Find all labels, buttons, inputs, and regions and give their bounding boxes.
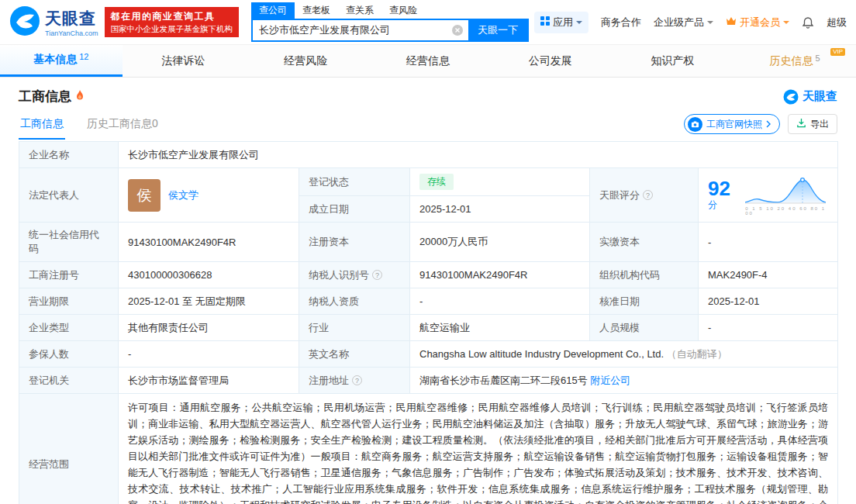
tab-count: 5	[816, 54, 820, 63]
tab-operation-risk[interactable]: 经营风险	[244, 45, 367, 77]
field-label-taxpayer-id: 纳税人识别号	[299, 262, 410, 288]
field-label-tyc-score: 天眼评分	[590, 168, 699, 223]
field-label-business-scope: 经营范围	[19, 394, 119, 504]
export-button[interactable]: 导出	[788, 114, 837, 134]
nav-apps[interactable]: 应用	[534, 12, 588, 33]
field-label-approval-date: 核准日期	[590, 288, 699, 315]
field-label-legal-rep: 法定代表人	[19, 168, 119, 223]
search-input[interactable]	[253, 25, 451, 36]
tianyancha-logo-icon	[9, 5, 40, 40]
field-value-business-scope: 许可项目：通用航空服务；公共航空运输；民用机场运营；民用航空器维修；民用航空器维…	[119, 394, 838, 504]
tab-intellectual-property[interactable]: 知识产权	[612, 45, 734, 77]
field-value-approval-date: 2025-12-01	[699, 288, 838, 315]
crown-icon	[726, 16, 737, 28]
table-row: 登记机关 长沙市市场监督管理局 注册地址 湖南省长沙市岳麓区南二环二段615号 …	[19, 368, 838, 394]
field-value-reg-capital: 20000万人民币	[410, 223, 590, 262]
nav-super-vip[interactable]: 超级	[827, 16, 847, 29]
search-tab-risk[interactable]: 查风险	[381, 2, 425, 19]
table-row: 工商注册号 430100000306628 纳税人识别号 91430100MAK…	[19, 262, 838, 288]
brand-watermark: 天眼查	[783, 89, 837, 105]
auto-translate-note: （自动翻译）	[667, 348, 727, 360]
field-label-taxpayer-quality: 纳税人资质	[299, 288, 410, 315]
tianyancha-logo[interactable]: 天眼查 TianYanCha.com	[9, 5, 98, 40]
search-button[interactable]: 天眼一下	[468, 20, 527, 40]
table-row: 营业期限 2025-12-01 至 无固定期限 纳税人资质 - 核准日期 202…	[19, 288, 838, 315]
logo-text-cn: 天眼查	[45, 8, 98, 29]
chevron-down-icon	[707, 21, 713, 27]
tab-basic-info[interactable]: 基本信息12	[0, 45, 123, 77]
nav-cooperation[interactable]: 商务合作	[601, 16, 641, 29]
table-row: 参保人数 - 英文名称 Changsha Low altitude Indust…	[19, 341, 838, 368]
field-label-english-name: 英文名称	[299, 341, 410, 368]
business-info-table: 企业名称 长沙市低空产业发展有限公司 法定代表人 侯 侯文学 登记状态 存续 天…	[19, 141, 838, 504]
legal-rep-name-link[interactable]: 侯文学	[168, 188, 198, 202]
chevron-down-icon	[783, 21, 789, 27]
field-value-credit-code: 91430100MAK2490F4R	[119, 223, 299, 262]
field-label-business-term: 营业期限	[19, 288, 119, 315]
field-value-reg-status: 存续	[410, 168, 590, 196]
field-value-company-type: 其他有限责任公司	[119, 315, 299, 341]
vip-badge: VIP	[830, 48, 845, 56]
clear-search-icon[interactable]	[451, 24, 464, 36]
top-header: 天眼查 TianYanCha.com 都在用的商业查询工具 国家中小企业发展子基…	[0, 0, 856, 45]
tab-operation-info[interactable]: 经营信息	[367, 45, 489, 77]
search-tab-boss[interactable]: 查老板	[295, 2, 338, 19]
field-value-org-code: MAK2490F-4	[699, 262, 838, 288]
subtab-history-business-info[interactable]: 历史工商信息0	[85, 112, 160, 140]
table-row: 企业名称 长沙市低空产业发展有限公司	[19, 142, 838, 168]
search-tabs: 查公司 查老板 查关系 查风险	[251, 2, 529, 19]
field-value-insured-count: -	[119, 341, 299, 368]
field-value-reg-address: 湖南省长沙市岳麓区南二环二段615号 附近公司	[410, 368, 838, 394]
field-label-org-code: 组织机构代码	[590, 262, 699, 288]
tab-legal[interactable]: 法律诉讼	[123, 45, 245, 77]
field-value-legal-rep: 侯 侯文学	[119, 168, 299, 223]
score-axis-ticks: 0 1 5 10 20 40 60 80 100	[745, 206, 828, 216]
field-value-business-term: 2025-12-01 至 无固定期限	[119, 288, 299, 315]
search-tab-relation[interactable]: 查关系	[338, 2, 381, 19]
header-nav: 应用 商务合作 企业级产品 开通会员 超级	[534, 12, 847, 33]
field-label-reg-address: 注册地址	[299, 368, 410, 394]
info-icon[interactable]	[643, 190, 653, 200]
field-value-taxpayer-id: 91430100MAK2490F4R	[410, 262, 590, 288]
score-unit: 分	[708, 199, 717, 210]
table-row: 法定代表人 侯 侯文学 登记状态 存续 天眼评分 92分	[19, 168, 838, 196]
logo-text-en: TianYanCha.com	[45, 29, 98, 37]
field-value-company-name: 长沙市低空产业发展有限公司	[119, 142, 838, 168]
field-label-reg-capital: 注册资本	[299, 223, 410, 262]
field-label-company-type: 企业类型	[19, 315, 119, 341]
table-row: 经营范围 许可项目：通用航空服务；公共航空运输；民用机场运营；民用航空器维修；民…	[19, 394, 838, 504]
export-icon	[796, 118, 806, 130]
section-header: 工商信息 天眼查	[0, 78, 856, 109]
tab-company-development[interactable]: 公司发展	[489, 45, 612, 77]
field-label-paid-capital: 实缴资本	[590, 223, 699, 262]
brand-text: 天眼查	[802, 89, 837, 104]
subtab-row: 工商信息 历史工商信息0 工商官网快照 导出	[0, 109, 856, 140]
search-tab-company[interactable]: 查公司	[251, 2, 295, 19]
search-area: 查公司 查老板 查关系 查风险 天眼一下	[251, 2, 529, 42]
field-label-reg-status: 登记状态	[299, 168, 410, 196]
notification-bell-icon[interactable]	[802, 16, 814, 29]
field-label-credit-code: 统一社会信用代码	[19, 223, 119, 262]
apps-grid-icon	[540, 16, 550, 28]
field-value-tyc-score: 92分	[699, 168, 838, 223]
field-label-staff-size: 人员规模	[590, 315, 699, 341]
nav-enterprise[interactable]: 企业级产品	[654, 16, 713, 29]
nav-open-vip[interactable]: 开通会员	[726, 16, 789, 29]
promo-line1: 都在用的商业查询工具	[111, 10, 233, 22]
info-icon[interactable]	[352, 375, 362, 385]
field-value-taxpayer-quality: -	[410, 288, 590, 315]
score-mini-chart: 0 1 5 10 20 40 60 80 100	[745, 174, 828, 216]
info-icon[interactable]	[372, 270, 382, 280]
flame-icon	[75, 90, 85, 104]
field-label-reg-number: 工商注册号	[19, 262, 119, 288]
promo-badge: 都在用的商业查询工具 国家中小企业发展子基金旗下机构	[105, 7, 240, 36]
field-value-reg-number: 430100000306628	[119, 262, 299, 288]
official-snapshot-button[interactable]: 工商官网快照	[684, 114, 780, 134]
subtab-business-info[interactable]: 工商信息	[19, 112, 65, 140]
score-value: 92	[708, 177, 730, 200]
nearby-companies-link[interactable]: 附近公司	[590, 375, 630, 386]
chevron-down-icon	[576, 21, 582, 27]
legal-rep-avatar[interactable]: 侯	[128, 179, 160, 212]
tab-history-info[interactable]: 历史信息5 VIP	[733, 45, 856, 77]
promo-line2: 国家中小企业发展子基金旗下机构	[111, 23, 233, 34]
